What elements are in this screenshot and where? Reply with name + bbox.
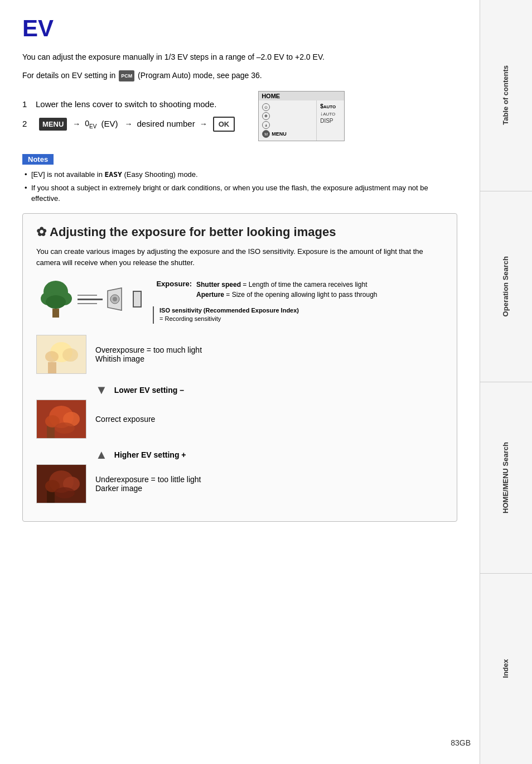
exposure-title: ✿ Adjusting the exposure for better look… bbox=[36, 225, 443, 239]
light-rays bbox=[75, 295, 105, 304]
menu-right-vauto: ↓AUTO bbox=[319, 110, 342, 117]
exposure-diagram-area: Exposure: Shutter speed = Length of time… bbox=[36, 280, 443, 324]
camera-lens-svg bbox=[105, 285, 133, 313]
menu-button-label: MENU bbox=[39, 118, 67, 131]
pcm-icon: PCM bbox=[119, 70, 134, 81]
exposure-box: ✿ Adjusting the exposure for better look… bbox=[22, 213, 457, 522]
menu-right-sauto: $AUTO bbox=[319, 103, 342, 110]
menu-item-menu: M MENU bbox=[261, 129, 314, 138]
sidebar-section-operation[interactable]: Operation Search bbox=[480, 191, 532, 383]
svg-rect-10 bbox=[48, 362, 56, 373]
overexposure-caption: Overexposure = too much lightWhitish ima… bbox=[95, 345, 443, 363]
sidebar-section-index[interactable]: Index bbox=[480, 574, 532, 765]
easy-badge: EASY bbox=[105, 170, 122, 179]
photo-underexposed bbox=[36, 464, 86, 503]
menu-diagram-header: HOME bbox=[259, 92, 344, 100]
sidebar-section-toc[interactable]: Table of contents bbox=[480, 0, 532, 191]
step-2: 2 MENU → 0EV (EV) → desired number → OK bbox=[22, 117, 236, 132]
film-rect bbox=[133, 291, 142, 307]
steps-list: 1 Lower the lens cover to switch to shoo… bbox=[22, 98, 236, 137]
intro-paragraph-2: For details on EV setting in PCM (Progra… bbox=[22, 70, 457, 81]
step-1-number: 1 bbox=[22, 98, 31, 111]
lower-ev-label: Lower EV setting – bbox=[114, 386, 184, 395]
exposure-label-row: Exposure: Shutter speed = Length of time… bbox=[153, 280, 443, 300]
menu-item-smile: ☺ bbox=[261, 103, 314, 112]
diagram-right: Exposure: Shutter speed = Length of time… bbox=[153, 280, 443, 324]
exposure-desc: Shutter speed = Length of time the camer… bbox=[196, 280, 378, 300]
menu-diagram-box: HOME ☺ ⊕ ± bbox=[258, 91, 345, 141]
page-number: 83GB bbox=[451, 738, 471, 747]
iso-desc: = Recording sensitivity bbox=[159, 315, 443, 323]
note-item-1: [EV] is not available in EASY (Easy Shoo… bbox=[22, 169, 457, 180]
svg-rect-15 bbox=[47, 426, 55, 438]
sidebar-index-label: Index bbox=[501, 659, 511, 678]
intro-paragraph-1: You can adjust the exposure manually in … bbox=[22, 51, 457, 63]
photo-correct bbox=[36, 400, 86, 439]
diagram-left bbox=[36, 280, 142, 319]
smile-icon: ☺ bbox=[262, 103, 270, 111]
ev-overexposed-text: Overexposure = too much lightWhitish ima… bbox=[95, 345, 443, 363]
ev-row-correct: Correct exposure bbox=[36, 400, 443, 439]
ok-button-label: OK bbox=[213, 117, 235, 132]
ray-mid bbox=[78, 299, 103, 300]
iso-title: ISO sensitivity (Recommended Exposure In… bbox=[159, 306, 443, 315]
ev-row-underexposed: Underexposure = too little lightDarker i… bbox=[36, 464, 443, 503]
svg-rect-0 bbox=[52, 309, 59, 318]
note-item-2: If you shoot a subject in extremely brig… bbox=[22, 182, 457, 204]
arrow-down-icon: ▼ bbox=[95, 383, 108, 397]
arrow-1: → bbox=[72, 118, 80, 130]
menu-icon: M bbox=[262, 130, 270, 138]
photo-overexposed bbox=[36, 335, 86, 374]
notes-badge: Notes bbox=[22, 154, 54, 165]
menu-right-disp: DISP bbox=[319, 117, 342, 124]
aperture-text: Aperture = Size of the opening allowing … bbox=[196, 290, 378, 300]
exposure-label: Exposure: bbox=[153, 280, 192, 288]
notes-list: [EV] is not available in EASY (Easy Shoo… bbox=[22, 169, 457, 204]
sun-icon: ✿ bbox=[36, 225, 46, 239]
notes-section: Notes [EV] is not available in EASY (Eas… bbox=[22, 154, 457, 204]
iso-text-block: ISO sensitivity (Recommended Exposure In… bbox=[153, 306, 443, 324]
svg-point-24 bbox=[55, 487, 75, 498]
svg-point-18 bbox=[55, 422, 75, 434]
svg-rect-21 bbox=[47, 491, 55, 503]
menu-diagram-body: ☺ ⊕ ± M MENU bbox=[259, 100, 344, 141]
ray-bot bbox=[78, 303, 97, 304]
svg-point-7 bbox=[113, 297, 117, 301]
higher-ev-arrow-area: ▲ Higher EV setting + bbox=[95, 448, 443, 462]
svg-point-12 bbox=[62, 348, 78, 362]
correct-image bbox=[37, 400, 86, 438]
step-2-desired: desired number bbox=[137, 118, 195, 131]
arrow-up-icon: ▲ bbox=[95, 448, 108, 462]
ev-icon: ± bbox=[262, 121, 270, 129]
menu-item-ev: ± bbox=[261, 121, 314, 129]
sidebar-section-home-menu[interactable]: HOME/MENU Search bbox=[480, 382, 532, 574]
menu-col-right: $AUTO ↓AUTO DISP bbox=[316, 100, 344, 141]
ray-top bbox=[78, 295, 97, 296]
sidebar-operation-label: Operation Search bbox=[501, 256, 511, 316]
underexposed-image bbox=[37, 465, 86, 503]
step-1: 1 Lower the lens cover to switch to shoo… bbox=[22, 98, 236, 111]
camera-sketch bbox=[105, 285, 142, 313]
underexposure-caption: Underexposure = too little lightDarker i… bbox=[95, 475, 443, 493]
shutter-text: Shutter speed = Length of time the camer… bbox=[196, 280, 378, 290]
ev-correct-text: Correct exposure bbox=[95, 415, 443, 424]
lower-ev-arrow-area: ▼ Lower EV setting – bbox=[95, 383, 443, 397]
svg-point-11 bbox=[45, 351, 59, 362]
step-2-ev-label: (EV) bbox=[101, 118, 118, 131]
arrow-3: → bbox=[200, 118, 207, 130]
menu-item-scene: ⊕ bbox=[261, 112, 314, 121]
page-title: EV bbox=[22, 17, 457, 40]
menu-col-left: ☺ ⊕ ± M MENU bbox=[259, 100, 316, 141]
overexposed-image bbox=[37, 335, 86, 373]
exposure-intro: You can create various images by adjusti… bbox=[36, 246, 443, 268]
camera-menu-diagram: HOME ☺ ⊕ ± bbox=[247, 91, 345, 141]
step-1-text: Lower the lens cover to switch to shooti… bbox=[36, 98, 216, 111]
ev-examples: Overexposure = too much lightWhitish ima… bbox=[36, 335, 443, 510]
ev-underexposed-text: Underexposure = too little lightDarker i… bbox=[95, 475, 443, 493]
main-content: EV You can adjust the exposure manually … bbox=[0, 0, 480, 764]
tree-icon bbox=[36, 280, 75, 319]
step-2-dev: 0EV bbox=[85, 118, 96, 131]
sidebar: Table of contents Operation Search HOME/… bbox=[480, 0, 532, 764]
ev-row-overexposed: Overexposure = too much lightWhitish ima… bbox=[36, 335, 443, 374]
scene-icon: ⊕ bbox=[262, 112, 270, 120]
